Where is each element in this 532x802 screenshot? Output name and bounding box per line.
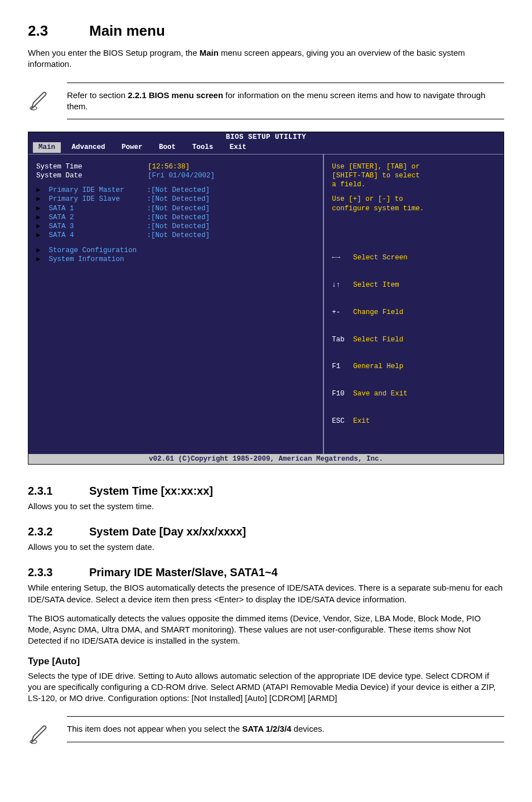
note-refer: Refer to section 2.2.1 BIOS menu screen …	[28, 83, 504, 120]
tab-exit[interactable]: Exit	[224, 142, 252, 152]
type-heading: Type [Auto]	[28, 656, 504, 667]
row-system-date[interactable]: System Date[Fri 01/04/2002]	[36, 171, 317, 180]
sub-231-body: Allows you to set the system time.	[28, 501, 504, 512]
section-title: Main menu	[89, 22, 165, 39]
row-storage-config[interactable]: ▶ Storage Configuration	[36, 246, 317, 255]
note-body: This item does not appear when you selec…	[67, 716, 504, 742]
bios-left-pane: System Time[12:56:38] System Date[Fri 01…	[28, 154, 323, 454]
bios-help-pane: Use [ENTER], [TAB] or [SHIFT-TAB] to sel…	[323, 154, 504, 454]
row-sata4[interactable]: ▶ SATA 4:[Not Detected]	[36, 231, 317, 240]
bios-title: BIOS SETUP UTILITY	[28, 132, 504, 142]
row-system-info[interactable]: ▶ System Information	[36, 255, 317, 264]
bios-footer: v02.61 (C)Copyright 1985-2009, American …	[28, 454, 504, 464]
note-body: Refer to section 2.2.1 BIOS menu screen …	[67, 83, 504, 120]
sub-232-heading: 2.3.2System Date [Day xx/xx/xxxx]	[28, 525, 504, 538]
section-heading: 2.3Main menu	[28, 22, 504, 40]
sub-233-heading: 2.3.3Primary IDE Master/Slave, SATA1~4	[28, 566, 504, 579]
row-sata3[interactable]: ▶ SATA 3:[Not Detected]	[36, 222, 317, 231]
section-number: 2.3	[28, 22, 89, 40]
intro-paragraph: When you enter the BIOS Setup program, t…	[28, 47, 504, 70]
pencil-icon	[28, 716, 67, 748]
note-sata: This item does not appear when you selec…	[28, 716, 504, 748]
row-ide-master[interactable]: ▶ Primary IDE Master:[Not Detected]	[36, 186, 317, 195]
tab-main[interactable]: Main	[33, 142, 61, 152]
bios-key-legend: ←→Select Screen ↓↑Select Item +-Change F…	[332, 235, 498, 444]
row-sata2[interactable]: ▶ SATA 2:[Not Detected]	[36, 213, 317, 222]
row-sata1[interactable]: ▶ SATA 1:[Not Detected]	[36, 204, 317, 213]
type-body: Selects the type of IDE drive. Setting t…	[28, 670, 504, 704]
tab-tools[interactable]: Tools	[187, 142, 219, 152]
sub-232-body: Allows you to set the system date.	[28, 542, 504, 553]
bios-tabbar: Main Advanced Power Boot Tools Exit	[28, 142, 504, 153]
sub-233-p2: The BIOS automatically detects the value…	[28, 613, 504, 647]
bios-screenshot: BIOS SETUP UTILITY Main Advanced Power B…	[28, 132, 504, 465]
tab-advanced[interactable]: Advanced	[66, 142, 111, 152]
pencil-icon	[28, 83, 67, 114]
row-system-time[interactable]: System Time[12:56:38]	[36, 162, 317, 171]
row-ide-slave[interactable]: ▶ Primary IDE Slave:[Not Detected]	[36, 195, 317, 204]
tab-boot[interactable]: Boot	[153, 142, 181, 152]
tab-power[interactable]: Power	[116, 142, 148, 152]
sub-233-p1: While entering Setup, the BIOS automatic…	[28, 582, 504, 605]
sub-231-heading: 2.3.1System Time [xx:xx:xx]	[28, 485, 504, 497]
